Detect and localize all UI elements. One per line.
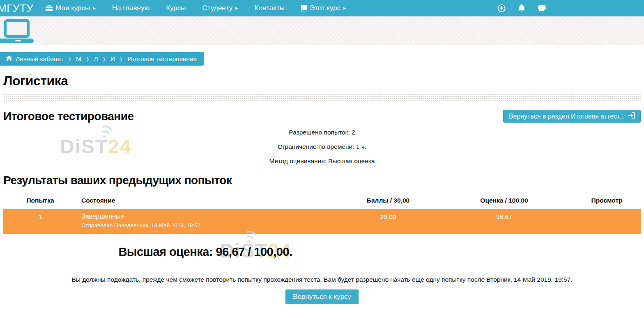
caret-down-icon	[343, 4, 346, 12]
nav-label: Студенту	[202, 4, 232, 12]
attempt-state-cell: Завершенные Отправлено Понедельник, 13 М…	[77, 209, 341, 234]
nav-label: Курсы	[166, 4, 186, 12]
table-row: 1 Завершенные Отправлено Понедельник, 13…	[3, 209, 641, 234]
navbar-right-icons	[497, 4, 546, 12]
attempts-allowed-text: Разрешено попыток: 2	[0, 129, 644, 136]
attempts-table-header-row: Попытка Состояние Баллы / 30,00 Оценка /…	[3, 194, 641, 209]
breadcrumb-course[interactable]: Л	[94, 55, 98, 63]
chevron-right-icon: ›	[120, 53, 122, 65]
caret-down-icon	[235, 4, 238, 12]
book-icon	[301, 5, 307, 11]
top-navbar: МГУТУ Мои курсы На главную Курсы Студент…	[0, 0, 644, 16]
final-grade-block: DiST24 Высшая оценка: 96,67 / 100,00.	[0, 245, 411, 259]
time-limit-text: Ограничение по времени: 1 ч.	[0, 143, 644, 150]
breadcrumb-label: Итоговое тестирование	[127, 55, 197, 63]
final-grade-text: Высшая оценка: 96,67 / 100,00.	[0, 245, 411, 259]
wait-message: Вы должны подождать, прежде чем сможете …	[0, 276, 644, 283]
column-header-attempt: Попытка	[3, 194, 77, 209]
quiz-info-block: DiST24 Разрешено попыток: 2 Ограничение …	[0, 129, 644, 165]
sign-in-arrow-icon	[628, 112, 635, 120]
nav-this-course[interactable]: Этот курс	[301, 4, 346, 12]
attempt-submitted-date: Отправлено Понедельник, 13 Май 2019, 19:…	[81, 222, 337, 228]
grading-method-text: Метод оценивания: Высшая оценка	[0, 157, 644, 165]
breadcrumb-category[interactable]: М	[76, 55, 81, 63]
quiz-heading: Итоговое тестирование	[3, 110, 134, 123]
nav-student[interactable]: Студенту	[202, 4, 238, 12]
back-to-course-button[interactable]: Вернуться к курсу	[285, 289, 359, 304]
nav-contacts[interactable]: Контакты	[255, 4, 285, 12]
nav-courses[interactable]: Курсы	[166, 4, 186, 12]
back-to-course-label: Вернуться к курсу	[293, 293, 351, 301]
breadcrumb-label: Л	[94, 55, 98, 63]
breadcrumb-label: М	[76, 55, 81, 63]
breadcrumb-current[interactable]: Итоговое тестирование	[127, 55, 197, 63]
attempt-marks-cell: 29,00	[341, 209, 435, 234]
column-header-grade: Оценка / 100,00	[435, 194, 573, 209]
breadcrumb-dashboard[interactable]: Личный кабинет	[6, 55, 64, 63]
brand-logo[interactable]: МГУТУ	[0, 2, 33, 15]
nav-my-courses[interactable]: Мои курсы	[46, 4, 96, 12]
nav-label: На главную	[112, 4, 150, 12]
laptop-logo-icon[interactable]	[2, 19, 34, 43]
home-icon	[6, 55, 12, 63]
chevron-right-icon: ›	[69, 53, 71, 65]
nav-home[interactable]: На главную	[112, 4, 150, 12]
messages-chat-icon[interactable]	[538, 5, 546, 12]
column-header-state: Состояние	[77, 194, 341, 209]
briefcase-icon	[46, 5, 53, 11]
back-to-section-button[interactable]: Вернуться в раздел Итоговая аттест...	[503, 110, 641, 123]
attempt-review-cell	[573, 209, 641, 234]
notifications-bell-icon[interactable]	[518, 4, 525, 12]
attempt-state: Завершенные	[81, 213, 337, 220]
dotted-divider	[3, 93, 641, 101]
back-to-section-label: Вернуться в раздел Итоговая аттест...	[509, 113, 625, 120]
breadcrumb-section[interactable]: И	[110, 55, 115, 63]
breadcrumb-label: И	[110, 55, 115, 63]
chevron-right-icon: ›	[103, 53, 105, 65]
caret-down-icon	[93, 4, 96, 12]
download-circle-icon[interactable]	[497, 4, 506, 12]
breadcrumb-label: Личный кабинет	[16, 55, 64, 63]
column-header-review: Просмотр	[573, 194, 641, 209]
attempt-grade-cell: 96,67	[435, 209, 573, 234]
nav-label: Мои курсы	[55, 4, 90, 12]
column-header-marks: Баллы / 30,00	[341, 194, 435, 209]
main-nav: Мои курсы На главную Курсы Студенту Конт…	[33, 4, 346, 12]
breadcrumb: Личный кабинет › М › Л › И › Итоговое те…	[0, 52, 204, 66]
header-band	[0, 16, 644, 45]
nav-label: Контакты	[255, 4, 285, 12]
chevron-right-icon: ›	[86, 53, 89, 65]
attempts-table: Попытка Состояние Баллы / 30,00 Оценка /…	[3, 194, 641, 234]
nav-label: Этот курс	[310, 4, 340, 12]
results-heading: Результаты ваших предыдущих попыток	[3, 174, 641, 187]
attempt-number-cell: 1	[3, 209, 77, 234]
page-title: Логистика	[3, 73, 641, 89]
